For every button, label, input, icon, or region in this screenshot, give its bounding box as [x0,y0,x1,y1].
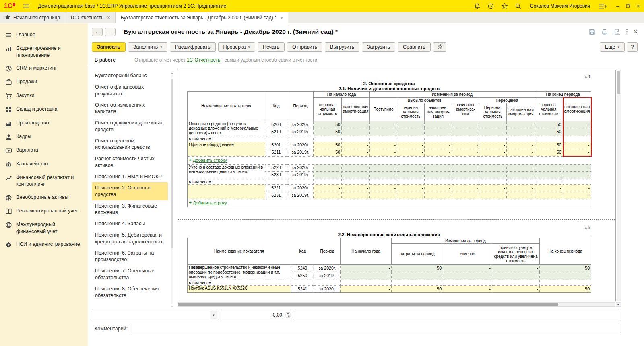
cell[interactable]: - [507,192,535,199]
cell[interactable]: - [535,185,563,192]
add-row-link[interactable]: Добавить строку [193,200,227,205]
cell[interactable]: - [492,272,540,280]
history-icon[interactable] [487,3,494,10]
cell[interactable]: - [342,192,370,199]
add-row-link[interactable]: Добавить строку [193,158,227,163]
cell[interactable]: 50 [535,149,563,156]
close-form-icon[interactable]: × [634,29,638,35]
cell-name[interactable] [188,185,265,199]
report-section-item[interactable]: Отчет о движении денежных средств [92,117,168,135]
cell[interactable]: - [370,121,397,128]
cell-code[interactable]: 5230 [265,171,287,179]
cell-code[interactable]: 5250 [291,272,314,280]
cell[interactable] [535,179,563,185]
cell[interactable]: - [342,185,370,192]
decrypt-button[interactable]: Расшифровать [170,42,216,52]
cell[interactable] [425,179,452,185]
cell[interactable]: - [479,192,507,199]
cell[interactable]: - [314,185,342,192]
cell-period[interactable]: за 2020г. [287,121,314,128]
cell[interactable]: - [425,121,452,128]
cell[interactable]: 50 [535,121,563,128]
report-section-item[interactable]: Отчет об изменениях капитала [92,99,168,117]
cell[interactable]: - [507,149,535,156]
window-minimize-icon[interactable]: – [616,3,619,9]
cell[interactable] [507,179,535,185]
sidebar-item[interactable]: НСИ и администрирование [0,238,88,251]
cell[interactable]: - [452,149,479,156]
cell-code[interactable]: 5231 [265,192,287,199]
cell[interactable]: - [563,164,591,171]
cell[interactable]: 50 [540,286,591,293]
sidebar-item[interactable]: Зарплата [0,144,88,157]
sections-scrollbar-thumb[interactable] [171,79,173,248]
check-button[interactable]: Проверка▾ [218,42,256,52]
cell[interactable]: - [370,164,397,171]
comment-input[interactable] [131,325,621,333]
cell[interactable]: - [397,149,425,156]
cell[interactable]: - [443,272,492,280]
cell-code[interactable]: 5201 [265,142,287,149]
compare-button[interactable]: Сравнить [398,42,431,52]
cell-code[interactable]: 5241 [291,286,314,293]
cell[interactable] [563,179,591,185]
cell[interactable]: - [479,121,507,128]
cell[interactable]: - [392,272,443,280]
cell[interactable] [397,136,425,142]
window-maximize-icon[interactable] [626,3,630,9]
report-section-item[interactable]: Отчет о финансовых результатах [92,81,168,99]
cell[interactable]: - [397,164,425,171]
cell[interactable]: - [314,164,342,171]
amount-field[interactable]: 0,00 [220,311,292,319]
cell[interactable]: - [563,128,591,136]
cell[interactable]: 50 [314,142,342,149]
tab-close-icon[interactable]: × [107,14,110,21]
cell[interactable] [370,179,397,185]
cell-name[interactable]: Незавершенное строительство и незакончен… [188,265,291,280]
cell[interactable] [370,136,397,142]
cell[interactable] [479,179,507,185]
cell[interactable] [563,136,591,142]
calculator-icon[interactable] [284,312,292,318]
fill-button[interactable]: Заполнить▾ [128,42,167,52]
save-icon[interactable] [589,29,595,35]
cell[interactable] [342,179,370,185]
cell[interactable]: - [479,185,507,192]
cell[interactable]: - [479,142,507,149]
cell[interactable]: - [370,192,397,199]
cell[interactable] [443,280,492,286]
cell[interactable]: 50 [314,149,342,156]
vertical-scrollbar[interactable] [617,70,621,301]
favorites-star-icon[interactable] [501,3,508,10]
back-button[interactable]: ← [92,28,103,36]
cell[interactable] [425,136,452,142]
more-actions-icon[interactable] [626,29,628,35]
more-button[interactable]: Еще▾ [600,42,625,52]
cell-name[interactable]: Ноутбук ASUS K551LN XX522C [188,286,291,293]
cell[interactable]: - [425,164,452,171]
cell[interactable]: - [425,192,452,199]
cell-period[interactable]: за 2020г. [314,286,341,293]
cell-name[interactable]: в том числе: [188,179,265,185]
sidebar-item[interactable]: Главное [0,28,88,42]
report-section-item[interactable]: Пояснения 6. Затраты на производство [92,247,168,266]
cell[interactable]: - [425,128,452,136]
report-state-link[interactable]: В работе [95,57,116,63]
cell[interactable]: 50 [540,265,591,272]
cell[interactable]: - [341,265,392,272]
cell[interactable]: - [507,164,535,171]
cell-period[interactable]: за 2019г. [287,149,314,156]
cell[interactable] [452,179,479,185]
cell[interactable] [492,280,540,286]
cell[interactable]: - [342,142,370,149]
cell[interactable]: 50 [535,142,563,149]
cell[interactable]: - [397,185,425,192]
cell[interactable] [287,136,314,142]
print-icon[interactable] [601,29,608,35]
cell-name[interactable]: Офисное оборудование [188,142,265,156]
sidebar-item[interactable]: Казначейство [0,157,88,171]
sidebar-item[interactable]: Закупки [0,89,88,103]
service-settings-icon[interactable] [599,3,607,9]
tab-home[interactable]: Начальная страница [0,12,65,23]
sidebar-item[interactable]: Бюджетирование и планирование [0,42,88,62]
